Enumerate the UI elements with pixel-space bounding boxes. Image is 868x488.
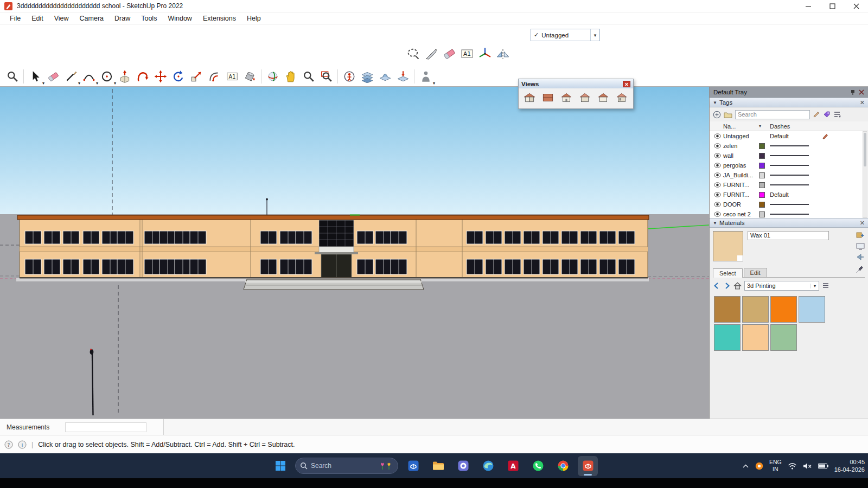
dimension-text-tool[interactable]: A1 <box>458 45 476 62</box>
search-input[interactable] <box>311 462 376 470</box>
menu-file[interactable]: File <box>4 13 26 24</box>
taskbar-search[interactable] <box>295 458 398 474</box>
help-icon[interactable]: ? <box>4 440 13 449</box>
visibility-eye-icon[interactable] <box>714 163 721 168</box>
app-chrome[interactable] <box>553 456 573 476</box>
sample-paint-eyedropper-icon[interactable] <box>856 266 864 275</box>
menu-tools[interactable]: Tools <box>136 13 162 24</box>
line-tool[interactable]: ▾ <box>62 68 80 85</box>
tag-dash-preview[interactable] <box>770 204 809 205</box>
edit-pencil-icon[interactable] <box>813 111 820 118</box>
follow-me-tool[interactable] <box>133 68 151 85</box>
tray-close-icon[interactable] <box>859 89 864 95</box>
material-swatch-light-blue[interactable] <box>799 296 825 323</box>
view-left-button[interactable] <box>614 90 629 105</box>
language-indicator[interactable]: ENG IN <box>769 459 782 472</box>
material-swatch-tan[interactable] <box>742 296 769 323</box>
view-iso-button[interactable] <box>522 90 537 105</box>
zoom-extents-tool[interactable] <box>317 68 335 85</box>
tag-dash-preview[interactable] <box>770 214 809 215</box>
tab-edit[interactable]: Edit <box>744 268 767 277</box>
menu-view[interactable]: View <box>49 13 74 24</box>
visibility-eye-icon[interactable] <box>714 133 721 139</box>
material-preview[interactable] <box>713 231 743 261</box>
tags-close-icon[interactable]: ✕ <box>860 99 865 106</box>
tag-color-chip[interactable] <box>759 192 765 198</box>
materials-close-icon[interactable]: ✕ <box>860 220 865 227</box>
select-tool[interactable]: ▾ <box>26 68 44 85</box>
tag-row-ja-building[interactable]: JA_Buildi... <box>710 170 868 180</box>
lasso-select-tool[interactable] <box>404 45 422 62</box>
menu-draw[interactable]: Draw <box>109 13 136 24</box>
tray-chevron-up-icon[interactable] <box>742 464 749 468</box>
menu-window[interactable]: Window <box>162 13 197 24</box>
visibility-eye-icon[interactable] <box>714 172 721 178</box>
tray-header[interactable]: Default Tray <box>710 87 868 98</box>
views-panel-titlebar[interactable]: Views ✕ <box>519 79 633 88</box>
visibility-eye-icon[interactable] <box>714 211 721 217</box>
tag-color-chip[interactable] <box>759 182 765 188</box>
tag-dash-preview[interactable] <box>770 145 809 146</box>
measurements-value-box[interactable] <box>65 422 146 432</box>
arc-tool[interactable]: ▾ <box>80 68 98 85</box>
maximize-button[interactable] <box>820 0 844 12</box>
menu-extensions[interactable]: Extensions <box>197 13 241 24</box>
materials-section-header[interactable]: ▼ Materials ✕ <box>710 218 868 228</box>
details-list-icon[interactable] <box>833 111 841 118</box>
tag-row-ceco-net[interactable]: ceco net 2 <box>710 209 868 218</box>
app-edge[interactable] <box>478 456 498 476</box>
tag-row-wall[interactable]: wall <box>710 151 868 160</box>
zoom-window-tool[interactable] <box>3 68 21 85</box>
tag-row-untagged[interactable]: Untagged Default <box>710 131 868 141</box>
list-view-icon[interactable] <box>822 282 829 290</box>
wifi-icon[interactable] <box>788 463 797 470</box>
eraser-large-tool[interactable] <box>440 45 458 62</box>
views-close-icon[interactable]: ✕ <box>623 81 630 87</box>
column-name-header[interactable]: Na... <box>723 123 759 130</box>
back-to-default-icon[interactable] <box>856 254 865 260</box>
app-teams[interactable] <box>453 456 473 476</box>
info-icon[interactable]: i <box>18 440 27 449</box>
taskbar-clock[interactable]: 00:45 16-04-2026 <box>834 458 865 474</box>
sandbox-from-contours-tool[interactable] <box>358 68 376 85</box>
view-top-button[interactable] <box>540 90 556 105</box>
visibility-eye-icon[interactable] <box>714 143 721 149</box>
axes-tool[interactable] <box>476 45 494 62</box>
tag-row-furniture-1[interactable]: FURNIT... <box>710 180 868 190</box>
material-swatch-peach[interactable] <box>742 324 769 351</box>
app-adobe-acrobat[interactable]: A <box>503 456 523 476</box>
zoom-tool[interactable] <box>299 68 317 85</box>
scale-tool[interactable] <box>187 68 205 85</box>
forward-arrow-icon[interactable] <box>723 282 731 290</box>
volume-muted-icon[interactable] <box>803 463 812 470</box>
tag-dashes-value[interactable]: Default <box>770 191 822 198</box>
visibility-eye-icon[interactable] <box>714 202 721 207</box>
tag-row-door[interactable]: DOOR <box>710 200 868 209</box>
tags-scrollbar[interactable] <box>863 131 867 218</box>
visibility-eye-icon[interactable] <box>714 192 721 197</box>
walk-tool[interactable]: ▾ <box>417 68 435 85</box>
view-right-button[interactable] <box>577 90 592 105</box>
battery-icon[interactable] <box>818 463 828 469</box>
tag-color-chip[interactable] <box>759 202 765 208</box>
column-dashes-header[interactable]: Dashes <box>770 123 822 130</box>
app-whatsapp[interactable] <box>528 456 548 476</box>
view-front-button[interactable] <box>559 90 574 105</box>
tag-label-icon[interactable] <box>823 111 831 118</box>
display-secondary-pane-icon[interactable] <box>856 243 865 250</box>
dimension-tool[interactable]: A1 <box>223 68 241 85</box>
sort-chevron-icon[interactable]: ▾ <box>759 124 770 129</box>
offset-tool[interactable] <box>205 68 223 85</box>
app-file-explorer[interactable] <box>428 456 448 476</box>
back-arrow-icon[interactable] <box>713 282 720 290</box>
menu-edit[interactable]: Edit <box>26 13 49 24</box>
pan-tool[interactable] <box>282 68 299 85</box>
tag-dashes-value[interactable]: Default <box>770 133 822 139</box>
menu-help[interactable]: Help <box>241 13 266 24</box>
flip-tool[interactable] <box>494 45 512 62</box>
tray-orange-app-icon[interactable] <box>755 462 763 470</box>
tags-column-header[interactable]: Na... ▾ Dashes <box>710 121 868 131</box>
add-tag-icon[interactable] <box>713 111 721 119</box>
material-category-dropdown[interactable]: 3d Printing ▾ <box>744 281 819 291</box>
tag-color-chip[interactable] <box>759 143 765 149</box>
